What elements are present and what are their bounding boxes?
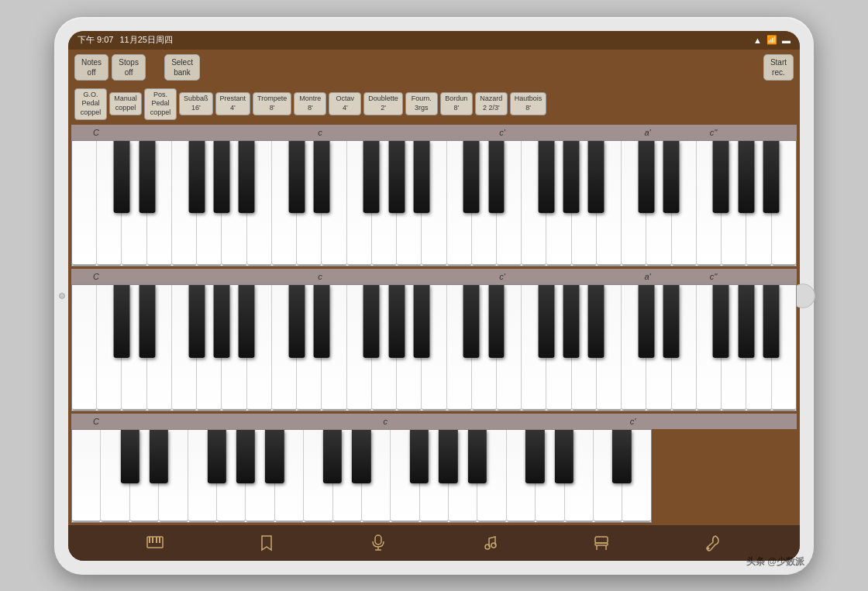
black-key-after-15[interactable] — [463, 141, 480, 214]
black-key-after-2[interactable] — [139, 285, 155, 358]
stop-subbass[interactable]: Subbaß 16' — [179, 92, 213, 115]
black-key-after-13[interactable] — [468, 430, 487, 484]
black-key-after-27[interactable] — [763, 285, 779, 358]
piano-keyboard-1[interactable] — [71, 140, 797, 267]
black-key-after-26[interactable] — [738, 285, 754, 358]
label-c2-prime: c' — [499, 272, 505, 281]
black-key-after-16[interactable] — [488, 141, 505, 214]
black-key-after-1[interactable] — [114, 285, 130, 358]
piano-keyboard-3[interactable] — [71, 429, 652, 524]
black-key-after-23[interactable] — [663, 285, 679, 358]
label-c1-double-prime: c'' — [710, 128, 718, 137]
bookmark-tab-icon[interactable] — [251, 527, 282, 558]
stop-hautbois[interactable]: Hautbois 8' — [510, 92, 547, 115]
black-key-after-15[interactable] — [463, 285, 480, 358]
black-key-after-23[interactable] — [663, 141, 679, 214]
stop-trompete[interactable]: Trompete 8' — [253, 92, 291, 115]
label-c3-prime: c' — [630, 417, 636, 426]
stop-bordun[interactable]: Bordun 8' — [440, 92, 473, 115]
black-key-after-1[interactable] — [121, 430, 140, 484]
label-c2-double-prime: c'' — [710, 272, 718, 281]
keyboard-tab-icon[interactable] — [140, 527, 170, 558]
label-c1: c — [318, 128, 322, 137]
black-key-after-20[interactable] — [588, 141, 604, 214]
black-key-after-27[interactable] — [763, 141, 779, 214]
black-key-after-2[interactable] — [150, 430, 168, 484]
black-key-after-4[interactable] — [189, 285, 205, 358]
white-key-0[interactable] — [72, 430, 101, 523]
black-key-after-26[interactable] — [738, 141, 754, 214]
volume-button[interactable] — [59, 293, 65, 299]
black-key-after-4[interactable] — [189, 141, 205, 214]
black-key-after-11[interactable] — [363, 285, 380, 358]
black-key-after-9[interactable] — [314, 141, 330, 214]
label-a1-prime: a' — [644, 128, 650, 137]
black-key-after-16[interactable] — [488, 285, 505, 358]
tab-bar — [68, 525, 800, 561]
black-key-after-19[interactable] — [563, 285, 580, 358]
stop-fourn[interactable]: Fourn. 3rgs — [405, 92, 438, 115]
black-key-after-15[interactable] — [525, 430, 544, 484]
stop-doublette[interactable]: Doublette 2' — [363, 92, 403, 115]
black-key-after-8[interactable] — [323, 430, 342, 484]
svg-rect-3 — [156, 537, 157, 543]
stop-go_pedal_coppel[interactable]: G.O. Pedal coppel — [74, 88, 107, 120]
black-key-after-12[interactable] — [439, 430, 457, 484]
ipad-screen: 下午 9:07 11月25日周四 ▲ 📶 ▬ Notes off Stops o… — [68, 31, 800, 561]
mic-tab-icon[interactable] — [363, 527, 394, 558]
stops-off-button[interactable]: Stops off — [112, 54, 146, 81]
black-key-after-19[interactable] — [563, 141, 580, 214]
notes-off-button[interactable]: Notes off — [74, 54, 108, 81]
stop-octav[interactable]: Octav 4' — [329, 92, 361, 115]
white-key-0[interactable] — [72, 285, 97, 411]
black-key-after-16[interactable] — [555, 430, 574, 484]
black-key-after-11[interactable] — [363, 141, 380, 214]
seat-tab-icon[interactable] — [586, 527, 617, 558]
select-bank-button[interactable]: Select bank — [164, 54, 200, 81]
piano-keyboard-2[interactable] — [71, 284, 797, 411]
black-key-after-6[interactable] — [239, 285, 255, 358]
black-key-after-12[interactable] — [388, 285, 405, 358]
black-key-after-25[interactable] — [713, 285, 729, 358]
black-key-after-5[interactable] — [214, 285, 230, 358]
black-key-after-6[interactable] — [265, 430, 284, 484]
battery-icon: ▬ — [782, 36, 790, 45]
black-key-after-25[interactable] — [713, 141, 729, 214]
black-key-after-18[interactable] — [538, 141, 554, 214]
black-key-after-6[interactable] — [239, 141, 255, 214]
black-key-after-18[interactable] — [538, 285, 554, 358]
stop-prestant[interactable]: Prestant 4' — [215, 92, 251, 115]
black-key-after-1[interactable] — [114, 141, 130, 214]
watermark: 头条 @少数派 — [746, 555, 804, 569]
white-key-0[interactable] — [72, 141, 97, 266]
black-key-after-22[interactable] — [638, 141, 654, 214]
black-key-after-8[interactable] — [288, 285, 305, 358]
label-C2: C — [93, 272, 99, 281]
stop-manual_coppel[interactable]: Manual coppel — [109, 92, 142, 115]
black-key-after-20[interactable] — [588, 285, 604, 358]
settings-tab-icon[interactable] — [698, 527, 728, 558]
music-tab-icon[interactable] — [474, 527, 505, 558]
stop-nazard[interactable]: Nazard 2 2/3' — [475, 92, 508, 115]
black-key-after-9[interactable] — [314, 285, 330, 358]
black-key-after-22[interactable] — [638, 285, 654, 358]
black-key-after-4[interactable] — [208, 430, 226, 484]
keyboard-1-wrapper: C c c' a' c'' — [71, 125, 797, 267]
black-key-after-5[interactable] — [214, 141, 230, 214]
black-key-after-12[interactable] — [388, 141, 405, 214]
black-key-after-11[interactable] — [410, 430, 429, 484]
black-key-after-2[interactable] — [139, 141, 155, 214]
stop-pos_pedal_coppel[interactable]: Pos. Pedal coppel — [144, 88, 177, 120]
svg-rect-1 — [149, 537, 150, 543]
start-rec-button[interactable]: Start rec. — [763, 54, 794, 81]
black-key-after-13[interactable] — [413, 141, 429, 214]
black-key-after-9[interactable] — [352, 430, 370, 484]
stop-montre[interactable]: Montre 8' — [294, 92, 326, 115]
black-key-after-13[interactable] — [413, 285, 429, 358]
label-c1-prime: c' — [499, 128, 505, 137]
black-key-after-8[interactable] — [288, 141, 305, 214]
wifi-icon: ▲ — [753, 36, 762, 45]
black-key-after-18[interactable] — [612, 430, 631, 484]
black-key-after-5[interactable] — [236, 430, 255, 484]
label-a2-prime: a' — [644, 272, 650, 281]
